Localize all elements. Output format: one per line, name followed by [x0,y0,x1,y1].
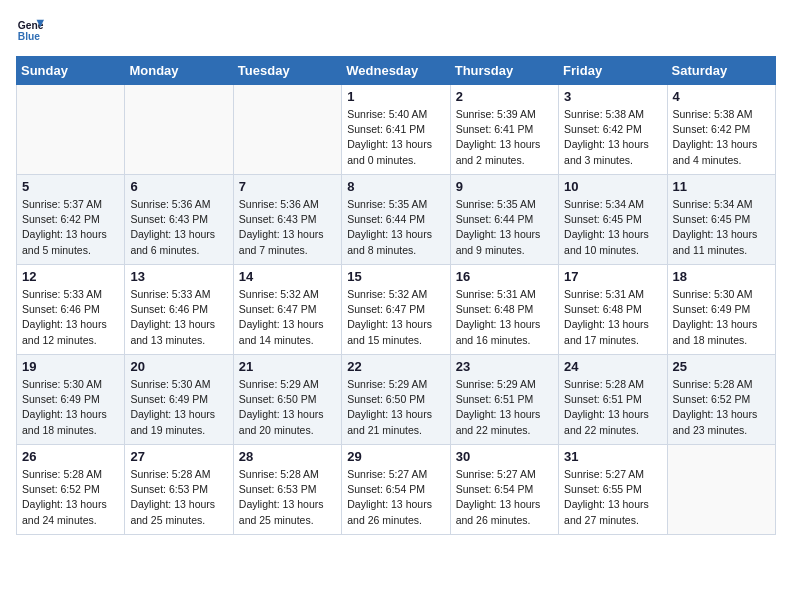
day-number: 6 [130,179,227,194]
calendar-cell: 7Sunrise: 5:36 AMSunset: 6:43 PMDaylight… [233,175,341,265]
calendar-cell: 9Sunrise: 5:35 AMSunset: 6:44 PMDaylight… [450,175,558,265]
day-number: 9 [456,179,553,194]
day-info: Sunrise: 5:30 AMSunset: 6:49 PMDaylight:… [130,377,227,438]
day-number: 30 [456,449,553,464]
col-header-thursday: Thursday [450,57,558,85]
day-number: 21 [239,359,336,374]
calendar-cell: 27Sunrise: 5:28 AMSunset: 6:53 PMDayligh… [125,445,233,535]
calendar-cell: 14Sunrise: 5:32 AMSunset: 6:47 PMDayligh… [233,265,341,355]
day-info: Sunrise: 5:38 AMSunset: 6:42 PMDaylight:… [673,107,770,168]
day-info: Sunrise: 5:30 AMSunset: 6:49 PMDaylight:… [22,377,119,438]
calendar-table: SundayMondayTuesdayWednesdayThursdayFrid… [16,56,776,535]
day-number: 7 [239,179,336,194]
day-number: 28 [239,449,336,464]
week-row-1: 1Sunrise: 5:40 AMSunset: 6:41 PMDaylight… [17,85,776,175]
calendar-cell: 12Sunrise: 5:33 AMSunset: 6:46 PMDayligh… [17,265,125,355]
day-info: Sunrise: 5:31 AMSunset: 6:48 PMDaylight:… [456,287,553,348]
day-number: 22 [347,359,444,374]
calendar-cell: 16Sunrise: 5:31 AMSunset: 6:48 PMDayligh… [450,265,558,355]
day-info: Sunrise: 5:34 AMSunset: 6:45 PMDaylight:… [673,197,770,258]
week-row-4: 19Sunrise: 5:30 AMSunset: 6:49 PMDayligh… [17,355,776,445]
calendar-cell: 17Sunrise: 5:31 AMSunset: 6:48 PMDayligh… [559,265,667,355]
day-number: 2 [456,89,553,104]
logo: General Blue [16,16,48,44]
day-number: 15 [347,269,444,284]
calendar-cell: 19Sunrise: 5:30 AMSunset: 6:49 PMDayligh… [17,355,125,445]
day-number: 3 [564,89,661,104]
calendar-cell: 3Sunrise: 5:38 AMSunset: 6:42 PMDaylight… [559,85,667,175]
calendar-cell [233,85,341,175]
col-header-saturday: Saturday [667,57,775,85]
day-info: Sunrise: 5:29 AMSunset: 6:50 PMDaylight:… [347,377,444,438]
day-number: 16 [456,269,553,284]
calendar-cell: 11Sunrise: 5:34 AMSunset: 6:45 PMDayligh… [667,175,775,265]
day-info: Sunrise: 5:35 AMSunset: 6:44 PMDaylight:… [347,197,444,258]
day-info: Sunrise: 5:37 AMSunset: 6:42 PMDaylight:… [22,197,119,258]
calendar-cell: 6Sunrise: 5:36 AMSunset: 6:43 PMDaylight… [125,175,233,265]
day-number: 5 [22,179,119,194]
calendar-cell: 18Sunrise: 5:30 AMSunset: 6:49 PMDayligh… [667,265,775,355]
calendar-cell: 1Sunrise: 5:40 AMSunset: 6:41 PMDaylight… [342,85,450,175]
svg-text:Blue: Blue [18,31,41,42]
day-number: 23 [456,359,553,374]
col-header-monday: Monday [125,57,233,85]
day-info: Sunrise: 5:31 AMSunset: 6:48 PMDaylight:… [564,287,661,348]
week-row-3: 12Sunrise: 5:33 AMSunset: 6:46 PMDayligh… [17,265,776,355]
day-number: 10 [564,179,661,194]
calendar-cell: 24Sunrise: 5:28 AMSunset: 6:51 PMDayligh… [559,355,667,445]
col-header-tuesday: Tuesday [233,57,341,85]
day-info: Sunrise: 5:32 AMSunset: 6:47 PMDaylight:… [347,287,444,348]
calendar-cell: 20Sunrise: 5:30 AMSunset: 6:49 PMDayligh… [125,355,233,445]
day-info: Sunrise: 5:33 AMSunset: 6:46 PMDaylight:… [22,287,119,348]
day-info: Sunrise: 5:28 AMSunset: 6:53 PMDaylight:… [130,467,227,528]
week-row-5: 26Sunrise: 5:28 AMSunset: 6:52 PMDayligh… [17,445,776,535]
day-number: 24 [564,359,661,374]
day-number: 25 [673,359,770,374]
day-info: Sunrise: 5:28 AMSunset: 6:52 PMDaylight:… [22,467,119,528]
page-header: General Blue [16,16,776,44]
day-number: 19 [22,359,119,374]
calendar-cell: 5Sunrise: 5:37 AMSunset: 6:42 PMDaylight… [17,175,125,265]
col-header-wednesday: Wednesday [342,57,450,85]
calendar-cell: 25Sunrise: 5:28 AMSunset: 6:52 PMDayligh… [667,355,775,445]
calendar-cell: 28Sunrise: 5:28 AMSunset: 6:53 PMDayligh… [233,445,341,535]
day-info: Sunrise: 5:40 AMSunset: 6:41 PMDaylight:… [347,107,444,168]
day-info: Sunrise: 5:27 AMSunset: 6:55 PMDaylight:… [564,467,661,528]
day-info: Sunrise: 5:30 AMSunset: 6:49 PMDaylight:… [673,287,770,348]
day-info: Sunrise: 5:36 AMSunset: 6:43 PMDaylight:… [239,197,336,258]
calendar-cell: 23Sunrise: 5:29 AMSunset: 6:51 PMDayligh… [450,355,558,445]
day-info: Sunrise: 5:27 AMSunset: 6:54 PMDaylight:… [347,467,444,528]
day-number: 8 [347,179,444,194]
day-number: 26 [22,449,119,464]
day-number: 29 [347,449,444,464]
day-number: 18 [673,269,770,284]
col-header-friday: Friday [559,57,667,85]
logo-icon: General Blue [16,16,44,44]
day-number: 27 [130,449,227,464]
calendar-cell: 21Sunrise: 5:29 AMSunset: 6:50 PMDayligh… [233,355,341,445]
day-info: Sunrise: 5:34 AMSunset: 6:45 PMDaylight:… [564,197,661,258]
day-number: 14 [239,269,336,284]
day-info: Sunrise: 5:35 AMSunset: 6:44 PMDaylight:… [456,197,553,258]
day-info: Sunrise: 5:29 AMSunset: 6:51 PMDaylight:… [456,377,553,438]
day-info: Sunrise: 5:27 AMSunset: 6:54 PMDaylight:… [456,467,553,528]
day-info: Sunrise: 5:29 AMSunset: 6:50 PMDaylight:… [239,377,336,438]
calendar-cell: 15Sunrise: 5:32 AMSunset: 6:47 PMDayligh… [342,265,450,355]
day-number: 20 [130,359,227,374]
calendar-cell: 8Sunrise: 5:35 AMSunset: 6:44 PMDaylight… [342,175,450,265]
day-number: 31 [564,449,661,464]
calendar-cell: 26Sunrise: 5:28 AMSunset: 6:52 PMDayligh… [17,445,125,535]
calendar-cell [667,445,775,535]
calendar-cell: 29Sunrise: 5:27 AMSunset: 6:54 PMDayligh… [342,445,450,535]
day-info: Sunrise: 5:32 AMSunset: 6:47 PMDaylight:… [239,287,336,348]
day-number: 17 [564,269,661,284]
day-number: 1 [347,89,444,104]
calendar-cell: 31Sunrise: 5:27 AMSunset: 6:55 PMDayligh… [559,445,667,535]
day-info: Sunrise: 5:28 AMSunset: 6:53 PMDaylight:… [239,467,336,528]
day-info: Sunrise: 5:39 AMSunset: 6:41 PMDaylight:… [456,107,553,168]
week-row-2: 5Sunrise: 5:37 AMSunset: 6:42 PMDaylight… [17,175,776,265]
day-info: Sunrise: 5:33 AMSunset: 6:46 PMDaylight:… [130,287,227,348]
calendar-cell: 2Sunrise: 5:39 AMSunset: 6:41 PMDaylight… [450,85,558,175]
day-number: 12 [22,269,119,284]
calendar-header-row: SundayMondayTuesdayWednesdayThursdayFrid… [17,57,776,85]
